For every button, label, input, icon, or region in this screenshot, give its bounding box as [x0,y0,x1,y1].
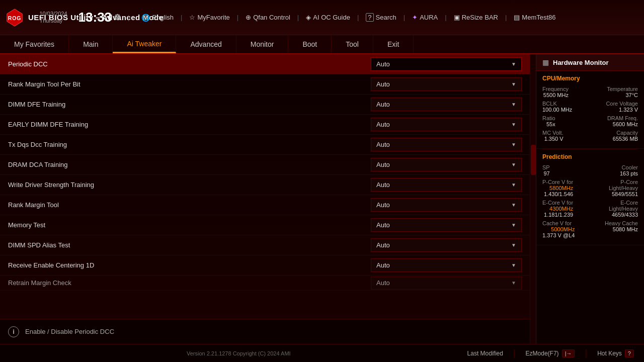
hw-corevolt-val: 1.323 V [606,107,638,113]
dropdown-arrow-0: ▼ [511,61,516,67]
setting-label-8: Memory Test [8,221,371,229]
header: ROG UEFI BIOS Utility – Advanced Mode 10… [0,0,644,35]
dropdown-value-2: Auto [376,101,390,108]
tab-boot[interactable]: Boot [288,35,332,53]
dropdown-arrow-4: ▼ [511,142,516,147]
tab-monitor[interactable]: Monitor [236,35,289,53]
setting-dropdown-2[interactable]: Auto ▼ [371,98,522,111]
hw-ratio-val: 55x [542,121,555,127]
last-modified-btn[interactable]: Last Modified [467,350,503,357]
setting-row-5[interactable]: DRAM DCA Training Auto ▼ [0,155,530,175]
setting-row-7[interactable]: Rank Margin Tool Auto ▼ [0,195,530,215]
setting-row-10[interactable]: Receive Enable Centering 1D Auto ▼ [0,255,530,276]
dropdown-value-10: Auto [376,261,390,269]
hw-cachev-val: 1.373 V @L4 [542,232,575,238]
ai-icon: ◈ [306,14,311,21]
nav-search[interactable]: ? Search [366,13,396,22]
setting-label-5: DRAM DCA Training [8,161,371,168]
setting-row-3[interactable]: EARLY DIMM DFE Training Auto ▼ [0,115,530,135]
hw-mcvolt-row: MC Volt. 1.350 V Capacity 65536 MB [542,130,638,142]
setting-dropdown-4[interactable]: Auto ▼ [371,138,522,151]
gear-icon[interactable]: ⚙ [114,13,121,22]
setting-row-8[interactable]: Memory Test Auto ▼ [0,215,530,235]
rog-logo-icon: ROG [5,8,24,27]
dropdown-arrow-6: ▼ [511,182,516,188]
setting-label-3: EARLY DIMM DFE Training [8,121,371,128]
setting-dropdown-5[interactable]: Auto ▼ [371,158,522,171]
hw-monitor-panel: ▦ Hardware Monitor CPU/Memory Frequency … [536,54,644,344]
nav-resizebar[interactable]: ▣ ReSize BAR [454,14,498,21]
setting-dropdown-11[interactable]: Auto ▼ [371,277,522,290]
info-bar: i Enable / Disable Periodic DCC [0,319,530,344]
header-nav: 🌐 English | ☆ MyFavorite | ⊕ Qfan Contro… [141,13,639,22]
setting-dropdown-7[interactable]: Auto ▼ [371,198,522,212]
dropdown-value-3: Auto [376,121,390,128]
setting-label-0: Periodic DCC [8,60,371,68]
setting-dropdown-10[interactable]: Auto ▼ [371,258,522,272]
setting-row-1[interactable]: Rank Margin Tool Per Bit Auto ▼ [0,74,530,95]
nav-aura[interactable]: ✦ AURA [412,14,438,21]
nav-english[interactable]: 🌐 English [141,14,174,22]
hw-pcore-row: P-Core V for 5800MHz 1.430/1.546 P-Core … [542,179,638,197]
setting-label-9: DIMM SPD Alias Test [8,241,371,249]
setting-dropdown-8[interactable]: Auto ▼ [371,218,522,232]
tab-favorites[interactable]: My Favorites [0,35,69,53]
setting-dropdown-9[interactable]: Auto ▼ [371,238,522,252]
hw-ecorev-val: 1.181/1.239 [542,212,573,218]
dropdown-arrow-7: ▼ [511,202,516,208]
tab-aitweaker[interactable]: Ai Tweaker [113,35,176,53]
ezmode-btn[interactable]: EzMode(F7) |→ [526,349,575,357]
hw-ecorev-key: E-Core V for [542,200,573,206]
hw-cpu-section: CPU/Memory Frequency 5500 MHz Temperatur… [536,71,644,149]
scrollbar-track[interactable] [530,54,536,344]
dropdown-value-11: Auto [376,279,390,287]
setting-row-11[interactable]: Retrain Margin Check Auto ▼ [0,276,530,291]
hw-dramfreq-val: 5600 MHz [607,121,638,127]
hw-capacity-val: 65536 MB [613,136,638,142]
nav-aioc[interactable]: ◈ AI OC Guide [306,14,350,21]
setting-row-6[interactable]: Write Driver Strength Training Auto ▼ [0,175,530,195]
nav-qfan[interactable]: ⊕ Qfan Control [246,14,290,21]
footer-sep-2: | [585,348,587,358]
setting-row-2[interactable]: DIMM DFE Training Auto ▼ [0,95,530,115]
hw-bclk-row: BCLK 100.00 MHz Core Voltage 1.323 V [542,101,638,113]
hw-ratio-row: Ratio 55x DRAM Freq. 5600 MHz [542,115,638,127]
setting-row-0[interactable]: Periodic DCC Auto ▼ [0,54,530,74]
hw-pcore-lh-key2: Light/Heavy [609,185,638,191]
svg-text:ROG: ROG [8,15,22,21]
setting-label-1: Rank Margin Tool Per Bit [8,80,371,88]
dropdown-arrow-3: ▼ [511,122,516,127]
tab-main[interactable]: Main [69,35,113,53]
ezmode-label: EzMode(F7) [526,350,559,357]
nav-myfavorite[interactable]: ☆ MyFavorite [189,14,229,21]
setting-row-4[interactable]: Tx Dqs Dcc Training Auto ▼ [0,135,530,155]
hw-temp-key: Temperature [607,86,638,92]
hw-freq-row: Frequency 5500 MHz Temperature 37°C [542,86,638,98]
setting-row-9[interactable]: DIMM SPD Alias Test Auto ▼ [0,235,530,255]
globe-icon: 🌐 [141,14,150,22]
tab-tool[interactable]: Tool [332,35,373,53]
nav-memtest[interactable]: ▤ MemTest86 [514,14,555,21]
hw-capacity-key: Capacity [613,130,638,136]
scrollbar-thumb[interactable] [531,145,536,175]
last-modified-label: Last Modified [467,350,503,357]
dropdown-arrow-8: ▼ [511,222,516,228]
dropdown-arrow-2: ▼ [511,102,516,107]
setting-dropdown-3[interactable]: Auto ▼ [371,118,522,131]
time-display: 13:33 ⚙ [78,10,121,25]
date-display: 10/03/2024 Thursday [39,11,67,24]
setting-dropdown-6[interactable]: Auto ▼ [371,178,522,192]
hw-temp-val: 37°C [607,92,638,98]
footer-sep-1: | [513,348,516,358]
hotkeys-btn[interactable]: Hot Keys ? [597,349,634,357]
tab-advanced[interactable]: Advanced [176,35,236,53]
setting-dropdown-1[interactable]: Auto ▼ [371,77,522,91]
tab-exit[interactable]: Exit [373,35,414,53]
hw-monitor-header: ▦ Hardware Monitor [536,54,644,71]
setting-label-4: Tx Dqs Dcc Training [8,141,371,148]
dropdown-value-8: Auto [376,221,390,229]
hw-cooler-key: Cooler [620,164,638,170]
settings-list: Periodic DCC Auto ▼ Rank Margin Tool Per… [0,54,530,291]
setting-dropdown-0[interactable]: Auto ▼ [371,57,522,71]
content-area: Periodic DCC Auto ▼ Rank Margin Tool Per… [0,54,530,319]
